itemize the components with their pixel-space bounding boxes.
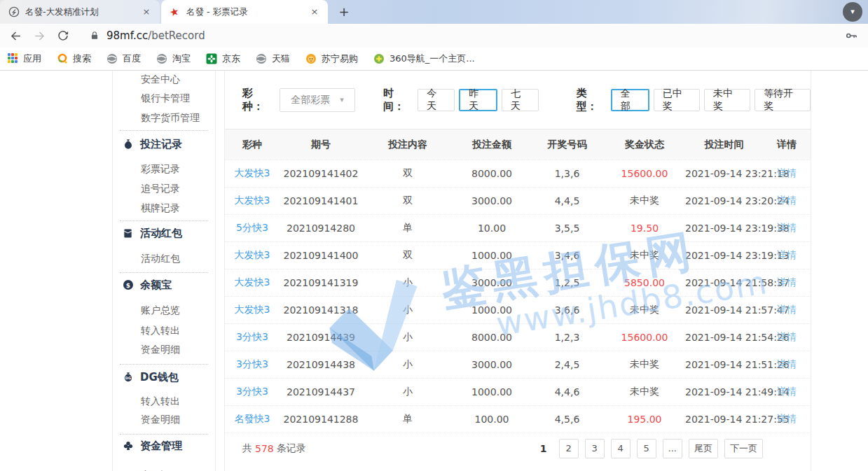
detail-link[interactable]: 详情 (763, 249, 811, 262)
cell-lottery: 3分快3 (225, 331, 280, 344)
detail-link[interactable]: 详情 (763, 167, 811, 180)
sidebar-section-fund-management[interactable]: 资金管理 (113, 435, 215, 456)
detail-link[interactable]: 详情 (763, 222, 811, 234)
cell-bet-content: 小 (362, 386, 453, 398)
type-filter-all[interactable]: 全部 (611, 89, 649, 111)
detail-link[interactable]: 详情 (763, 413, 811, 426)
bet-record-page: 安全中心 银行卡管理 数字货币管理 投注记录 彩票记录 追号记录 棋牌记录 活动… (0, 71, 868, 471)
sidebar-item-account-overview[interactable]: 账户总览 (113, 300, 215, 320)
sidebar-item-digital-currency[interactable]: 数字货币管理 (113, 108, 215, 127)
forward-icon[interactable] (31, 27, 48, 44)
cell-issue: 20210914437 (280, 386, 362, 398)
sidebar-item-chase-records[interactable]: 追号记录 (113, 178, 215, 198)
detail-link[interactable]: 详情 (763, 358, 811, 371)
bookmark-baidu[interactable]: 百度 (106, 52, 141, 65)
type-filter-label: 类型： (577, 87, 607, 113)
detail-link[interactable]: 详情 (763, 331, 811, 344)
type-filter-pending[interactable]: 等待开奖 (755, 89, 811, 111)
refresh-icon[interactable] (55, 27, 71, 44)
cell-lottery: 3分快3 (225, 358, 280, 371)
header-prize-status: 奖金状态 (604, 139, 685, 151)
cell-bet-time: 2021-09-14 21:49:14 (685, 386, 763, 398)
browser-window: 名發-大发精准计划 × ★ 名發 - 彩票记录 × + ▾ 98mf.cc/be… (0, 0, 868, 471)
cell-draw-numbers: 1,3,6 (530, 168, 604, 179)
cell-bet-content: 小 (362, 276, 453, 289)
cell-issue: 202109141402 (280, 168, 362, 179)
nav-360-icon (373, 53, 385, 64)
cell-issue: 20210914438 (280, 359, 362, 370)
cell-bet-amount: 3000.00 (453, 277, 530, 288)
sidebar-section-dg-wallet[interactable]: DG DG钱包 (113, 367, 215, 388)
tab-plan-page[interactable]: 名發-大发精准计划 × (0, 0, 160, 24)
table-row: 3分快3 20210914439 小 8000.00 1,2,3 15600.0… (225, 323, 811, 351)
sidebar-item-recharge-records[interactable]: 充值记录 (113, 465, 215, 471)
url-path: /betRecord (148, 29, 205, 42)
time-filter-today[interactable]: 今天 (418, 89, 455, 111)
cell-bet-time: 2021-09-14 23:19:38 (685, 223, 763, 234)
tab-list-menu-button[interactable]: ▾ (843, 2, 862, 22)
globe-icon (156, 53, 167, 64)
page-button-3[interactable]: 3 (585, 439, 605, 458)
cell-bet-content: 小 (362, 331, 453, 344)
page-button-4[interactable]: 4 (611, 439, 631, 458)
apps-grid-icon (7, 53, 18, 64)
time-filter-seven-days[interactable]: 七天 (502, 89, 539, 111)
tab-close-icon[interactable]: × (308, 6, 321, 18)
cell-bet-time: 2021-09-14 23:20:24 (685, 195, 763, 206)
sidebar-section-bet-records[interactable]: 投注记录 (113, 134, 215, 155)
lottery-select[interactable]: 全部彩票 ▾ (280, 88, 355, 112)
sidebar-divider (120, 130, 208, 131)
bookmark-search[interactable]: 搜索 (57, 52, 91, 65)
filter-bar: 彩种： 全部彩票 ▾ 时间： 今天 昨天 七天 类型： 全部 已中奖 未中奖 等… (225, 71, 811, 129)
type-filter-lost[interactable]: 未中奖 (704, 89, 750, 111)
tab-close-icon[interactable]: × (140, 6, 153, 18)
cell-bet-time: 2021-09-14 21:54:26 (685, 332, 763, 343)
bookmark-suning[interactable]: 苏宁易购 (305, 52, 358, 65)
password-key-icon[interactable] (844, 29, 858, 45)
sidebar-section-yuebao[interactable]: $ 余额宝 (113, 274, 215, 295)
sidebar-section-activity-redpacket[interactable]: 活动红包 (113, 223, 215, 244)
ssl-lock-icon[interactable] (90, 30, 99, 41)
cell-lottery: 大发快3 (225, 304, 280, 316)
sidebar-item-fund-details[interactable]: 资金明细 (113, 339, 215, 359)
table-row: 3分快3 20210914438 小 3000.00 2,4,5 未中奖 202… (225, 351, 811, 378)
page-button-ellipsis[interactable]: ... (663, 439, 682, 458)
sidebar-item-transfer[interactable]: 转入转出 (113, 321, 215, 340)
section-label: 投注记录 (140, 134, 182, 155)
bookmark-jd[interactable]: 京东 (206, 52, 240, 65)
sidebar-item-bank-card[interactable]: 银行卡管理 (113, 88, 215, 108)
time-filter-yesterday[interactable]: 昨天 (459, 89, 497, 111)
sidebar-item-security-center[interactable]: 安全中心 (113, 71, 215, 89)
page-button-2[interactable]: 2 (559, 439, 579, 458)
cell-prize-status: 5850.00 (604, 277, 685, 288)
table-row: 3分快3 20210914437 小 1000.00 4,4,6 未中奖 202… (225, 378, 811, 405)
sidebar-item-dg-fund-details[interactable]: 资金明细 (113, 409, 215, 429)
detail-link[interactable]: 详情 (763, 304, 811, 316)
detail-link[interactable]: 详情 (763, 386, 811, 398)
bookmark-360nav[interactable]: 360导航_一个主页... (373, 52, 475, 65)
bookmark-taobao[interactable]: 淘宝 (156, 52, 191, 65)
cell-bet-content: 单 (362, 413, 453, 426)
detail-link[interactable]: 详情 (763, 195, 811, 207)
next-page-button[interactable]: 下一页 (724, 439, 763, 458)
page-button-5[interactable]: 5 (637, 439, 656, 458)
sidebar-item-activity-redpacket[interactable]: 活动红包 (113, 248, 215, 268)
time-filter-label: 时间： (383, 87, 413, 113)
new-tab-button[interactable]: + (335, 3, 353, 22)
tab-bet-record[interactable]: ★ 名發 - 彩票记录 × (161, 0, 328, 24)
bookmark-tmall[interactable]: 天猫 (256, 52, 290, 65)
table-row: 大发快3 202109141401 双 3000.00 4,4,5 未中奖 20… (225, 187, 811, 214)
detail-link[interactable]: 详情 (763, 276, 811, 289)
cell-bet-amount: 3000.00 (453, 359, 530, 370)
lottery-filter-label: 彩种： (242, 87, 273, 113)
cell-bet-amount: 10.00 (453, 223, 530, 234)
back-icon[interactable] (7, 27, 24, 44)
address-bar[interactable]: 98mf.cc/betRecord (106, 29, 205, 42)
sidebar-item-lottery-records[interactable]: 彩票记录 (113, 159, 215, 178)
bookmark-apps[interactable]: 应用 (7, 52, 41, 65)
sidebar-item-board-game-records[interactable]: 棋牌记录 (113, 198, 215, 218)
header-lottery: 彩种 (225, 139, 280, 151)
sidebar-item-dg-transfer[interactable]: 转入转出 (113, 391, 215, 411)
last-page-button[interactable]: 尾页 (689, 439, 718, 458)
type-filter-won[interactable]: 已中奖 (654, 89, 700, 111)
